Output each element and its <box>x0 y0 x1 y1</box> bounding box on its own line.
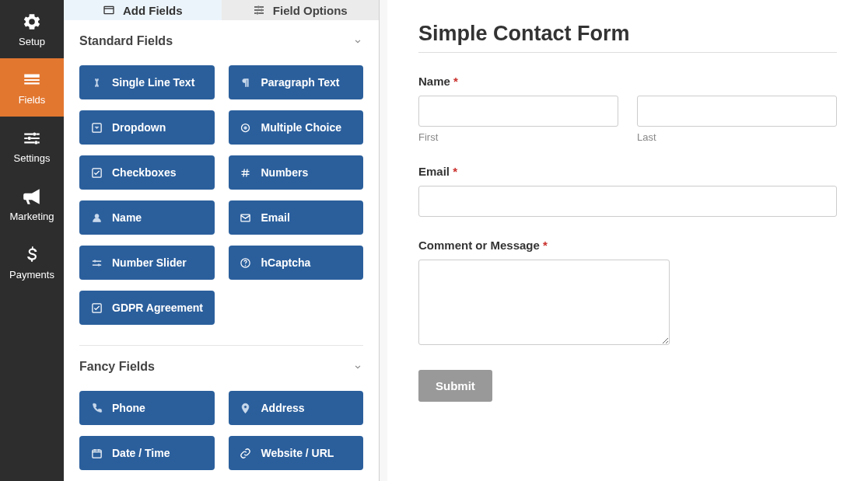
tab-label: Field Options <box>273 4 348 17</box>
nav-setup[interactable]: Setup <box>0 0 64 58</box>
field-btn-single-line-text[interactable]: Single Line Text <box>79 65 215 99</box>
field-button-label: Email <box>261 211 290 224</box>
map-marker-icon <box>240 402 252 414</box>
field-btn-website-url[interactable]: Website / URL <box>229 436 364 470</box>
nav-label: Setup <box>19 36 45 47</box>
field-btn-numbers[interactable]: Numbers <box>229 155 364 190</box>
field-button-label: Website / URL <box>261 447 334 459</box>
label-email: Email * <box>418 165 837 178</box>
paragraph-icon <box>240 76 252 89</box>
form-title: Simple Contact Form <box>418 22 837 46</box>
sublabel-last: Last <box>637 131 837 143</box>
panel-tabs: Add Fields Field Options <box>64 0 379 20</box>
bullhorn-icon <box>21 186 43 207</box>
field-button-label: Address <box>261 402 305 414</box>
text-cursor-icon <box>90 76 103 89</box>
last-name-input[interactable] <box>637 96 837 127</box>
field-btn-name[interactable]: Name <box>79 200 215 235</box>
section-standard-fields[interactable]: Standard Fields <box>64 20 379 56</box>
left-nav: Setup Fields Settings Marketing Payments <box>0 0 64 481</box>
sliders-icon <box>253 4 265 16</box>
nav-marketing[interactable]: Marketing <box>0 175 64 233</box>
phone-icon <box>90 402 103 414</box>
field-btn-number-slider[interactable]: Number Slider <box>79 246 215 280</box>
field-btn-checkboxes[interactable]: Checkboxes <box>79 155 215 190</box>
radio-icon <box>240 121 252 134</box>
comment-textarea[interactable] <box>418 260 670 345</box>
field-name: Name * First Last <box>418 75 837 143</box>
field-button-label: Multiple Choice <box>261 121 341 134</box>
field-button-label: Numbers <box>261 166 309 179</box>
field-button-label: Single Line Text <box>112 76 194 89</box>
field-button-label: Dropdown <box>112 121 166 134</box>
field-btn-date-time[interactable]: Date / Time <box>79 436 215 470</box>
calendar-icon <box>90 447 103 459</box>
divider <box>418 52 837 53</box>
check-square-icon <box>90 301 103 314</box>
chevron-down-icon <box>352 36 363 47</box>
fancy-fields-grid: PhoneAddressDate / TimeWebsite / URL <box>64 382 379 481</box>
field-button-label: GDPR Agreement <box>112 301 203 314</box>
field-btn-email[interactable]: Email <box>229 200 364 235</box>
section-title: Fancy Fields <box>79 360 155 374</box>
field-btn-address[interactable]: Address <box>229 391 364 425</box>
nav-fields[interactable]: Fields <box>0 58 64 117</box>
nav-label: Fields <box>19 94 46 106</box>
check-square-icon <box>90 166 103 179</box>
required-mark: * <box>543 239 548 252</box>
hash-icon <box>240 166 252 179</box>
tab-label: Add Fields <box>123 4 183 17</box>
submit-button[interactable]: Submit <box>418 370 492 402</box>
field-btn-phone[interactable]: Phone <box>79 391 215 425</box>
field-btn-gdpr-agreement[interactable]: GDPR Agreement <box>79 291 215 325</box>
field-btn-multiple-choice[interactable]: Multiple Choice <box>229 110 364 145</box>
field-button-label: hCaptcha <box>261 256 311 269</box>
section-fancy-fields[interactable]: Fancy Fields <box>64 346 379 382</box>
field-button-label: Checkboxes <box>112 166 176 179</box>
required-mark: * <box>453 75 458 88</box>
user-icon <box>90 211 103 224</box>
section-title: Standard Fields <box>79 34 173 48</box>
question-circle-icon <box>240 256 252 269</box>
form-canvas: Simple Contact Form Name * First Last Em… <box>387 0 868 481</box>
field-btn-hcaptcha[interactable]: hCaptcha <box>229 246 364 280</box>
field-button-label: Date / Time <box>112 447 170 459</box>
form-preview: Simple Contact Form Name * First Last Em… <box>380 0 868 481</box>
link-icon <box>240 447 252 459</box>
field-btn-paragraph-text[interactable]: Paragraph Text <box>229 65 364 99</box>
first-name-input[interactable] <box>418 96 618 127</box>
caret-square-icon <box>90 121 103 134</box>
field-email: Email * <box>418 165 837 217</box>
form-icon <box>21 69 43 91</box>
chevron-down-icon <box>352 361 363 372</box>
envelope-icon <box>240 211 252 224</box>
sliders-icon <box>21 127 43 149</box>
nav-label: Payments <box>9 269 54 281</box>
field-button-label: Paragraph Text <box>261 76 340 89</box>
fields-panel: Add Fields Field Options Standard Fields… <box>64 0 380 481</box>
label-comment: Comment or Message * <box>418 239 837 252</box>
standard-fields-grid: Single Line TextParagraph TextDropdownMu… <box>64 56 379 336</box>
sliders-h-icon <box>90 256 103 269</box>
nav-settings[interactable]: Settings <box>0 117 64 175</box>
sublabel-first: First <box>418 131 618 143</box>
field-comment: Comment or Message * <box>418 239 837 348</box>
name-row: First Last <box>418 96 837 143</box>
field-button-label: Number Slider <box>112 256 187 269</box>
label-name: Name * <box>418 75 837 88</box>
window-icon <box>103 4 115 16</box>
field-button-label: Phone <box>112 402 145 414</box>
nav-label: Settings <box>14 152 51 164</box>
tab-field-options[interactable]: Field Options <box>222 0 380 20</box>
nav-payments[interactable]: Payments <box>0 233 64 291</box>
tab-add-fields[interactable]: Add Fields <box>64 0 222 20</box>
gear-icon <box>21 11 43 33</box>
dollar-icon <box>21 244 43 266</box>
nav-label: Marketing <box>9 211 54 222</box>
field-btn-dropdown[interactable]: Dropdown <box>79 110 215 145</box>
field-button-label: Name <box>112 211 142 224</box>
email-input[interactable] <box>418 186 837 217</box>
required-mark: * <box>453 165 457 178</box>
